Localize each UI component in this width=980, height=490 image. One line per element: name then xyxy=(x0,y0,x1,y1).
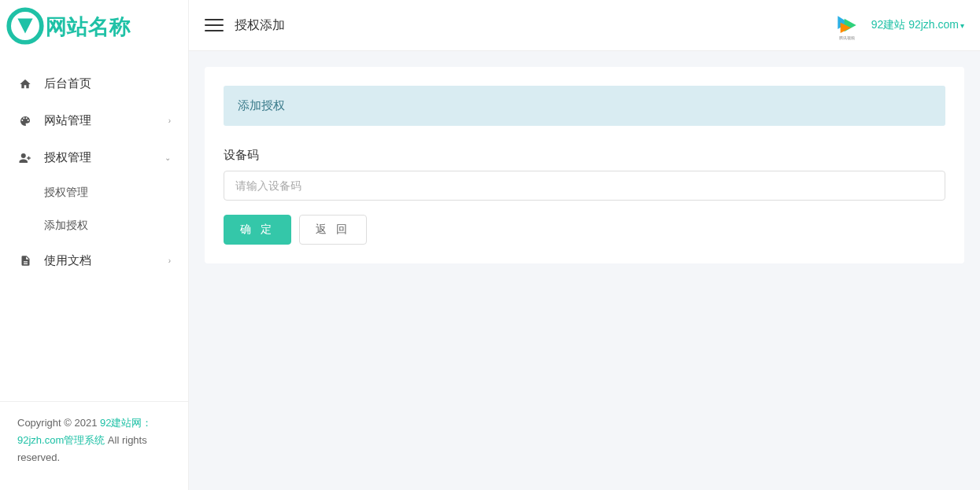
topbar: 授权添加 腾讯视频 92建站 92jzh.com▾ xyxy=(189,0,980,51)
confirm-button[interactable]: 确 定 xyxy=(224,215,291,245)
doc-icon xyxy=(17,255,33,267)
logo-image: 网站名称 xyxy=(6,7,170,45)
sidebar-item-label: 授权管理 xyxy=(44,150,91,165)
chevron-right-icon: › xyxy=(168,256,171,265)
page-title: 授权添加 xyxy=(235,17,285,34)
person-plus-icon xyxy=(17,153,33,164)
avatar-icon: 腾讯视频 xyxy=(831,9,863,41)
back-button[interactable]: 返 回 xyxy=(299,215,367,245)
svg-text:网站名称: 网站名称 xyxy=(46,14,131,38)
logo[interactable]: 网站名称 xyxy=(0,0,188,51)
sidebar-item-site[interactable]: 网站管理 › xyxy=(0,102,188,139)
chevron-right-icon: › xyxy=(168,116,171,125)
sidebar-item-label: 网站管理 xyxy=(44,113,91,128)
content: 添加授权 设备码 确 定 返 回 xyxy=(189,51,980,279)
sidebar: 网站名称 后台首页 网站管理 › 授权管理 xyxy=(0,0,189,490)
svg-text:腾讯视频: 腾讯视频 xyxy=(839,35,855,40)
avatar[interactable]: 腾讯视频 xyxy=(830,9,864,42)
sidebar-subitem-auth-add[interactable]: 添加授权 xyxy=(0,209,188,242)
device-code-label: 设备码 xyxy=(224,148,945,163)
svg-point-2 xyxy=(21,153,26,158)
user-menu[interactable]: 92建站 92jzh.com▾ xyxy=(871,18,964,32)
sidebar-subitem-auth-manage[interactable]: 授权管理 xyxy=(0,176,188,209)
chevron-down-icon: ⌄ xyxy=(165,153,171,162)
user-menu-label: 92建站 92jzh.com xyxy=(871,18,959,31)
device-code-input[interactable] xyxy=(224,171,945,201)
main: 授权添加 腾讯视频 92建站 92jzh.com▾ 添加授权 设备 xyxy=(189,0,980,490)
sidebar-footer: Copyright © 2021 92建站网：92jzh.com管理系统 All… xyxy=(0,401,188,490)
palette-icon xyxy=(17,115,33,127)
copyright-prefix: Copyright © 2021 xyxy=(17,417,100,429)
sidebar-item-auth[interactable]: 授权管理 ⌄ xyxy=(0,139,188,176)
sidebar-item-home[interactable]: 后台首页 xyxy=(0,65,188,102)
sidebar-item-label: 后台首页 xyxy=(44,76,91,91)
home-icon xyxy=(17,78,33,90)
card-title: 添加授权 xyxy=(224,86,945,126)
sidebar-item-docs[interactable]: 使用文档 › xyxy=(0,242,188,279)
menu-toggle-icon[interactable] xyxy=(205,16,224,35)
sidebar-item-label: 使用文档 xyxy=(44,253,91,268)
sidebar-submenu-auth: 授权管理 添加授权 xyxy=(0,176,188,242)
form-card: 添加授权 设备码 确 定 返 回 xyxy=(205,67,964,263)
caret-down-icon: ▾ xyxy=(960,21,964,30)
nav: 后台首页 网站管理 › 授权管理 ⌄ 授权管理 添加授权 xyxy=(0,51,188,401)
